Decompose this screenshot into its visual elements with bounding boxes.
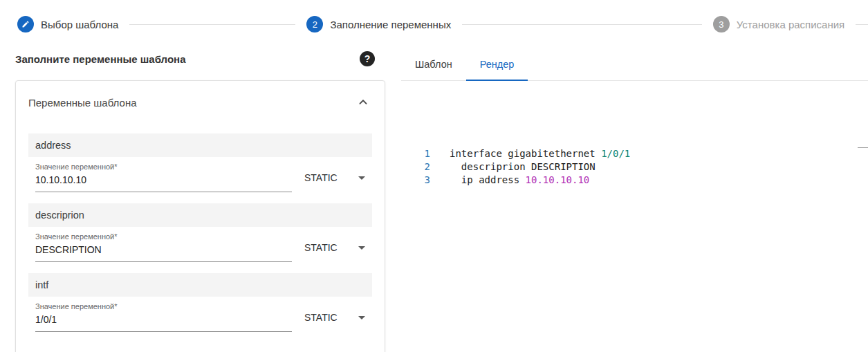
variable-name-header: descriprion xyxy=(28,203,372,227)
code-token: interface gigabitethernet xyxy=(450,148,601,159)
code-editor: 1 interface gigabitethernet 1/0/1 2 desc… xyxy=(401,147,868,187)
code-line: 3 ip address 10.10.10.10 xyxy=(401,174,868,187)
stepper: Выбор шаблона 2 Заполнение переменных 3 … xyxy=(0,0,868,48)
step-connector xyxy=(129,24,295,25)
variable-value-input[interactable] xyxy=(35,314,292,325)
code-text: interface gigabitethernet 1/0/1 xyxy=(430,147,630,160)
code-text: descriprion DESCRIPTION xyxy=(430,160,595,174)
variable-type-select[interactable]: STATIC xyxy=(304,172,365,192)
variable-name-header: address xyxy=(28,133,372,157)
line-number: 2 xyxy=(401,160,430,174)
fill-variables-heading: Заполните переменные шаблона xyxy=(15,53,185,65)
help-button[interactable]: ? xyxy=(360,51,375,66)
step-number: 2 xyxy=(313,19,317,30)
line-number: 3 xyxy=(401,174,430,187)
variable-value-field[interactable]: Значение переменной* xyxy=(35,297,292,332)
right-panel: Шаблон Рендер 1 interface gigabitetherne… xyxy=(401,48,868,352)
step-2-circle: 2 xyxy=(306,16,323,33)
step-connector xyxy=(462,24,702,25)
variable-type-value: STATIC xyxy=(304,172,338,183)
chevron-up-icon xyxy=(355,95,371,110)
step-number: 3 xyxy=(719,19,723,30)
variable-value-input[interactable] xyxy=(35,244,292,255)
tab-label: Шаблон xyxy=(415,59,452,70)
variable-value-label: Значение переменной* xyxy=(35,163,292,171)
variable-type-select[interactable]: STATIC xyxy=(304,312,365,332)
variable-value-field[interactable]: Значение переменной* xyxy=(35,157,292,192)
variables-card-title: Переменные шаблона xyxy=(28,97,137,109)
variable-type-value: STATIC xyxy=(304,312,338,323)
variable-value-input[interactable] xyxy=(35,174,292,185)
variable-body: Значение переменной* STATIC xyxy=(28,227,372,262)
variable-row: intf Значение переменной* STATIC xyxy=(28,273,372,332)
variables-card: Переменные шаблона address Значение пере… xyxy=(15,80,385,352)
variable-name-header: intf xyxy=(28,273,372,297)
tab-label: Рендер xyxy=(480,59,515,70)
left-heading-row: Заполните переменные шаблона ? xyxy=(15,50,375,68)
code-token-accent: 10.10.10.10 xyxy=(526,174,590,185)
step-template-selection[interactable]: Выбор шаблона xyxy=(17,16,118,33)
render-output-area: 1 interface gigabitethernet 1/0/1 2 desc… xyxy=(401,81,868,352)
tab-render[interactable]: Рендер xyxy=(466,48,528,81)
variable-body: Значение переменной* STATIC xyxy=(28,157,372,192)
tab-template[interactable]: Шаблон xyxy=(401,48,466,81)
question-icon: ? xyxy=(364,53,371,64)
tabs-bar: Шаблон Рендер xyxy=(401,48,868,81)
step-1-circle xyxy=(17,16,34,33)
step-schedule-setup[interactable]: 3 Установка расписания xyxy=(713,16,844,33)
edit-icon xyxy=(21,20,30,28)
variable-type-select[interactable]: STATIC xyxy=(304,242,365,262)
variable-type-value: STATIC xyxy=(304,242,338,253)
step-connector xyxy=(856,24,868,25)
line-number: 1 xyxy=(401,147,430,160)
code-token: descriprion DESCRIPTION xyxy=(450,161,595,172)
code-token-accent: 1/0/1 xyxy=(601,148,630,159)
step-3-circle: 3 xyxy=(713,16,730,33)
code-line: 1 interface gigabitethernet 1/0/1 xyxy=(401,147,868,160)
variable-row: address Значение переменной* STATIC xyxy=(28,133,372,192)
chevron-down-icon xyxy=(358,176,365,180)
code-text: ip address 10.10.10.10 xyxy=(430,174,589,187)
step-fill-variables[interactable]: 2 Заполнение переменных xyxy=(306,16,451,33)
chevron-down-icon xyxy=(358,246,365,250)
step-label: Заполнение переменных xyxy=(330,19,451,30)
variable-body: Значение переменной* STATIC xyxy=(28,297,372,332)
collapse-button[interactable] xyxy=(354,93,372,111)
variable-value-label: Значение переменной* xyxy=(35,302,292,311)
code-token: ip address xyxy=(450,174,526,185)
variables-card-header: Переменные шаблона xyxy=(28,92,372,113)
variable-value-label: Значение переменной* xyxy=(35,232,292,241)
code-line: 2 descriprion DESCRIPTION xyxy=(401,160,868,174)
step-label: Установка расписания xyxy=(737,19,844,30)
chevron-down-icon xyxy=(358,316,365,319)
step-label: Выбор шаблона xyxy=(41,19,118,30)
variable-row: descriprion Значение переменной* STATIC xyxy=(28,203,372,262)
variable-value-field[interactable]: Значение переменной* xyxy=(35,227,292,262)
